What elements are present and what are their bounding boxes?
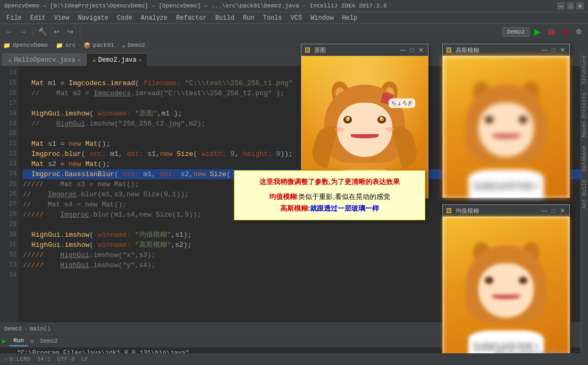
status-encoding-text: UTF-8 (57, 356, 75, 362)
popup-mean-title: 🖼 均值模糊 (446, 207, 479, 215)
annotation-line3: 高斯模糊:就跟透过一层玻璃一样 (242, 204, 417, 213)
menu-analyze[interactable]: Analyze (137, 13, 172, 23)
popup-gaussian-maximize[interactable]: □ (551, 46, 557, 54)
status-git-text: 0:LCRD (10, 356, 31, 362)
menu-tools[interactable]: Tools (259, 13, 287, 23)
breadcrumb-method[interactable]: main() (30, 326, 51, 332)
menu-refactor[interactable]: Refactor (172, 13, 211, 23)
toolbar-forward[interactable]: → (17, 26, 29, 38)
anno-gaussian-label: 高斯模糊 (280, 204, 308, 212)
toolbar-sep1 (32, 27, 33, 37)
status-position: 34:1 (37, 356, 51, 362)
bottom-tab-icon: ⚙ (30, 338, 34, 345)
tab-label-1: HelloOpencv.java (14, 56, 75, 64)
menu-vcs[interactable]: VCS (287, 13, 307, 23)
nav-sep1: › (50, 42, 54, 48)
popup-original-minimize[interactable]: — (399, 46, 407, 54)
right-sidebar: Structure Maven Projects Database Ant Bu… (581, 51, 588, 353)
popup-gaussian-minimize[interactable]: — (540, 46, 549, 54)
run-button[interactable]: ▶ (532, 26, 543, 38)
breadcrumb-sep: › (24, 326, 28, 332)
menu-file[interactable]: File (2, 13, 26, 23)
menu-bar: File Edit View Navigate Code Analyze Ref… (0, 12, 588, 23)
close-button[interactable]: ✕ (576, 2, 584, 10)
nav-sep3: › (116, 42, 120, 48)
menu-view[interactable]: View (50, 13, 74, 23)
popup-original-title-bar: 🖼 原图 — □ ✕ (301, 44, 428, 56)
run-config-label[interactable]: Demo2 (502, 27, 530, 37)
minimize-button[interactable]: — (557, 2, 565, 10)
popup-mean-maximize[interactable]: □ (551, 207, 557, 214)
bottom-tab-demo2[interactable]: Demo2 (36, 336, 62, 346)
popup-mean-close[interactable]: ✕ (559, 207, 566, 214)
nav-file-icon: ☕ (122, 42, 125, 49)
tab-hello-opencv[interactable]: ☕ HelloOpencv.java ✕ (2, 53, 86, 66)
bottom-tab-run[interactable]: Run (9, 336, 28, 346)
menu-help[interactable]: Help (338, 13, 362, 23)
menu-run[interactable]: Run (239, 13, 259, 23)
popup-gaussian-image: 让我们来学习吧！ (443, 56, 569, 198)
menu-edit[interactable]: Edit (26, 13, 50, 23)
menu-navigate[interactable]: Navigate (73, 13, 113, 23)
status-lf: LF (81, 356, 88, 362)
popup-original-title: 🖼 原图 (305, 46, 326, 54)
tab-icon-2: ☕ (92, 56, 96, 64)
breadcrumb-class[interactable]: Demo2 (4, 326, 22, 332)
popup-gaussian-title-bar: 🖼 高斯模糊 — □ ✕ (443, 44, 569, 56)
menu-build[interactable]: Build (211, 13, 239, 23)
toolbar-settings[interactable]: ⚙ (573, 26, 585, 38)
toolbar-build[interactable]: 🔨 (37, 26, 48, 38)
popup-gaussian-title: 🖼 高斯模糊 (446, 46, 479, 54)
run-icon: ▶ (2, 337, 6, 345)
popup-gaussian-text: 让我们来学习吧！ (443, 180, 569, 192)
menu-window[interactable]: Window (306, 13, 338, 23)
status-git: ✓ 0:LCRD (4, 356, 30, 363)
toolbar: ← → 🔨 ↩ ↪ Demo2 ▶ 🐞 ■ ⚙ (0, 23, 588, 39)
window-controls: — □ ✕ (557, 2, 584, 10)
popup-mean-controls: — □ ✕ (540, 207, 566, 214)
tab-label-2: Demo2.java (98, 56, 137, 64)
annotation-popup: 这里我稍微调整了参数,为了更清晰的表达效果 均值模糊:类似于重影,看似在晃动的感… (234, 170, 425, 220)
popup-mean-title-bar: 🖼 均值模糊 — □ ✕ (443, 205, 569, 217)
sidebar-maven[interactable]: Maven Projects (582, 88, 587, 142)
nav-project[interactable]: OpencvDemo (13, 42, 48, 48)
toolbar-undo[interactable]: ↩ (51, 26, 62, 38)
toolbar-redo[interactable]: ↪ (64, 26, 76, 38)
popup-mean: 🖼 均值模糊 — □ ✕ 让我们来学习吧！ https://xiaoshuai.… (442, 204, 570, 359)
maximize-button[interactable]: □ (567, 2, 574, 10)
debug-button[interactable]: 🐞 (545, 26, 557, 38)
popup-gaussian-close[interactable]: ✕ (559, 46, 566, 54)
sidebar-structure[interactable]: Structure (582, 51, 587, 88)
stop-button[interactable]: ■ (559, 26, 571, 38)
status-lf-text: LF (81, 356, 88, 362)
nav-pack[interactable]: pack01 (93, 42, 114, 48)
nav-project-icon: 📁 (3, 42, 11, 49)
annotation-line1: 这里我稍微调整了参数,为了更清晰的表达效果 (242, 177, 417, 187)
status-encoding: UTF-8 (57, 356, 75, 362)
line-numbers: 14 15 16 17 18 19 20 21 22 23 24 25 26 2… (0, 66, 19, 322)
status-line-col: 34:1 (37, 356, 51, 362)
status-git-icon: ✓ (4, 356, 8, 363)
menu-code[interactable]: Code (113, 13, 137, 23)
sidebar-database[interactable]: Database (582, 142, 587, 176)
popup-mean-image: 让我们来学习吧！ https://xiaoshuai.blog.csdn.net (443, 217, 569, 359)
tab-close-2[interactable]: ✕ (139, 57, 142, 63)
nav-src[interactable]: src (65, 42, 76, 48)
nav-pack-icon: 📦 (83, 42, 91, 49)
annotation-line2: 均值模糊:类似于重影,看似在晃动的感觉 (242, 192, 417, 202)
sidebar-ant[interactable]: Ant Build (582, 176, 587, 213)
popup-original-controls: — □ ✕ (399, 46, 425, 54)
nav-file[interactable]: Demo2 (128, 42, 145, 48)
popup-gaussian-controls: — □ ✕ (540, 46, 566, 54)
popup-mean-minimize[interactable]: — (540, 207, 549, 214)
popup-original-maximize[interactable]: □ (409, 46, 415, 54)
tab-demo2[interactable]: ☕ Demo2.java ✕ (86, 53, 147, 66)
popup-original-close[interactable]: ✕ (417, 46, 425, 54)
toolbar-back[interactable]: ← (3, 26, 15, 38)
tab-close-1[interactable]: ✕ (77, 57, 80, 63)
title-bar: OpencvDemo – [G:\IdeaProjects\OpencvDemo… (0, 0, 588, 12)
title-text: OpencvDemo – [G:\IdeaProjects\OpencvDemo… (4, 3, 387, 9)
status-bar: ✓ 0:LCRD 34:1 UTF-8 LF (0, 353, 588, 365)
toolbar-sep2 (80, 27, 80, 37)
tab-icon-1: ☕ (8, 56, 12, 64)
